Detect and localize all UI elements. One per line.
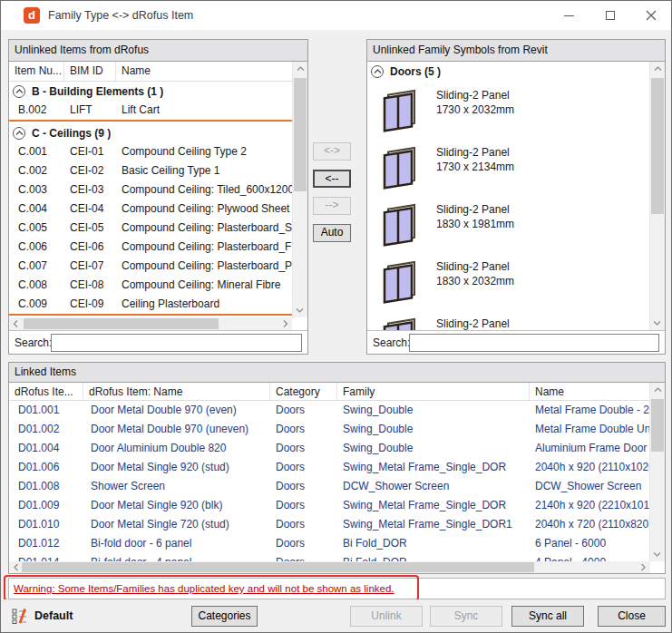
link-left-button[interactable]: <-- [313, 170, 351, 188]
table-row[interactable]: D01.008 Shower Screen Doors DCW_Shower S… [9, 477, 650, 496]
config-label: Default [34, 609, 73, 622]
column-header-bim-id[interactable]: BIM ID [64, 62, 116, 81]
table-row[interactable]: D01.009 Door Metal Single 920 (blk) Door… [9, 496, 650, 515]
cell-family: Swing_Metal Frame_Single_DOR [337, 458, 530, 477]
list-item[interactable]: Sliding-2 Panel 1730 x 2134mm [367, 138, 649, 195]
table-row[interactable]: B.002 LIFT Lift Cart [9, 101, 292, 120]
table-row[interactable]: D01.004 Door Aluminium Double 820 Doors … [9, 439, 650, 458]
scrollbar-thumb[interactable] [651, 78, 664, 214]
close-button[interactable] [630, 1, 671, 30]
maximize-button[interactable] [589, 1, 630, 30]
cell-drofus-item: D01.010 [9, 515, 83, 534]
cell-drofus-item: D01.004 [9, 439, 83, 458]
table-row[interactable]: D01.002 Door Metal Double 970 (uneven) D… [9, 420, 650, 439]
cell-item-number: C.008 [9, 276, 64, 295]
cell-bim-id: CEI-07 [64, 257, 116, 276]
group-row-building-elements[interactable]: B - Building Elements (1 ) [9, 82, 292, 101]
unlinked-items-list: B - Building Elements (1 ) B.002 LIFT Li… [9, 82, 292, 317]
scrollbar-thumb[interactable] [22, 562, 534, 572]
minimize-button[interactable] [549, 1, 589, 30]
family-size: 1830 x 1981mm [436, 217, 514, 231]
vertical-scrollbar[interactable] [649, 383, 665, 561]
cell-item-number: C.004 [9, 200, 64, 219]
link-both-button[interactable]: <-> [313, 142, 351, 161]
column-header-drofus-item-name[interactable]: dRofus Item: Name [83, 383, 270, 400]
scroll-up-icon[interactable] [650, 62, 665, 75]
column-header-item-number[interactable]: Item Nu... [9, 62, 64, 81]
table-row[interactable]: D01.014 Bi-fold door - 4 panel Doors Bi … [9, 553, 650, 561]
table-row[interactable]: D01.001 Door Metal Double 970 (even) Doo… [9, 401, 650, 420]
table-row[interactable]: C.005 CEI-05 Compound Ceiling: Plasterbo… [9, 219, 292, 238]
table-row[interactable]: C.009 CEI-09 Ceiling Plasterboard [9, 295, 292, 314]
cell-drofus-item-name: Shower Screen [83, 477, 270, 496]
scroll-right-icon[interactable] [279, 317, 292, 331]
scroll-up-icon[interactable] [293, 62, 307, 75]
column-header-family[interactable]: Family [337, 383, 530, 400]
cell-item-number: C.009 [9, 295, 64, 314]
collapse-icon[interactable] [13, 127, 25, 140]
scroll-down-icon[interactable] [293, 304, 307, 317]
config-selector[interactable]: Default [12, 608, 73, 624]
auto-link-button[interactable]: Auto [313, 224, 351, 242]
column-header-name[interactable]: Name [530, 383, 650, 400]
table-row[interactable]: C.006 CEI-06 Compound Ceiling: Plasterbo… [9, 238, 292, 257]
unlinked-items-panel: Unlinked Items from dRofus Item Nu... BI… [8, 39, 308, 355]
unlink-button[interactable]: Unlink [350, 606, 423, 627]
collapse-icon[interactable] [371, 65, 384, 78]
cell-bim-id: CEI-08 [64, 276, 116, 295]
cell-item-number: C.005 [9, 219, 64, 238]
table-row[interactable]: D01.006 Door Metal Single 920 (stud) Doo… [9, 458, 650, 477]
table-row[interactable]: C.001 CEI-01 Compound Ceiling Type 2 [9, 142, 292, 161]
list-item[interactable]: Sliding-2 Panel [367, 309, 649, 330]
categories-button[interactable]: Categories [191, 606, 258, 627]
link-right-button[interactable]: --> [313, 197, 351, 215]
scroll-left-icon[interactable] [10, 560, 22, 574]
search-input[interactable] [51, 334, 302, 352]
list-item[interactable]: Sliding-2 Panel 1830 x 1981mm [367, 195, 649, 252]
cell-family: Swing_Metal Frame_Single_DOR [337, 496, 530, 515]
column-header-drofus-item[interactable]: dRofus Ite... [9, 383, 83, 400]
status-strip: Warning: Some Items/Families has duplica… [8, 578, 666, 599]
column-header-name[interactable]: Name [116, 62, 292, 81]
close-dialog-button[interactable]: Close [598, 606, 666, 627]
collapse-icon[interactable] [13, 85, 25, 98]
cell-category: Doors [270, 401, 337, 420]
scroll-right-icon[interactable] [638, 560, 649, 574]
scroll-up-icon[interactable] [650, 383, 665, 396]
sync-all-button[interactable]: Sync all [511, 606, 584, 627]
scrollbar-thumb[interactable] [24, 318, 219, 329]
cell-category: Doors [270, 420, 337, 439]
cell-family: Bi Fold_DOR [337, 534, 530, 553]
cell-name: Metal Frame Double - 2 [530, 401, 650, 420]
list-item[interactable]: Sliding-2 Panel 1830 x 2032mm [367, 252, 649, 309]
cell-drofus-item: D01.006 [9, 458, 83, 477]
list-item[interactable]: Sliding-2 Panel 1730 x 2032mm [367, 81, 649, 138]
scrollbar-thumb[interactable] [294, 78, 307, 191]
table-row[interactable]: C.002 CEI-02 Basic Ceiling Type 1 [9, 161, 292, 180]
sync-button[interactable]: Sync [430, 606, 502, 627]
dialog-window: d Family Type <-> dRofus Item Unlinked I… [0, 0, 672, 633]
table-row[interactable]: C.003 CEI-03 Compound Ceiling: Tiled_600… [9, 180, 292, 200]
cell-name: DCW_Shower Screen [530, 477, 650, 496]
scroll-down-icon[interactable] [650, 316, 665, 330]
scrollbar-thumb[interactable] [651, 399, 664, 452]
scroll-left-icon[interactable] [10, 317, 23, 331]
table-row[interactable]: C.004 CEI-04 Compound Ceiling: Plywood S… [9, 200, 292, 219]
cell-name: 4 Panel - 4000 [530, 553, 650, 561]
cell-bim-id: CEI-09 [64, 295, 116, 314]
column-header-category[interactable]: Category [270, 383, 337, 400]
horizontal-scrollbar[interactable] [9, 317, 292, 330]
table-row[interactable]: D01.012 Bi-fold door - 6 panel Doors Bi … [9, 534, 650, 553]
vertical-scrollbar[interactable] [649, 62, 665, 330]
horizontal-scrollbar[interactable] [9, 561, 650, 573]
table-row[interactable]: C.007 CEI-07 Compound Ceiling: Plasterbo… [9, 257, 292, 276]
search-input[interactable] [409, 334, 659, 352]
scroll-down-icon[interactable] [650, 548, 665, 561]
group-row-doors[interactable]: Doors (5 ) [367, 62, 649, 81]
vertical-scrollbar[interactable] [292, 62, 307, 317]
table-row[interactable]: D01.010 Door Metal Single 720 (stud) Doo… [9, 515, 650, 534]
table-row[interactable]: C.008 CEI-08 Compound Ceiling: Mineral F… [9, 276, 292, 295]
cell-family: Bi Fold_DOR [337, 553, 530, 561]
family-size: 1830 x 2032mm [436, 274, 514, 288]
group-row-ceilings[interactable]: C - Ceilings (9 ) [9, 123, 292, 142]
